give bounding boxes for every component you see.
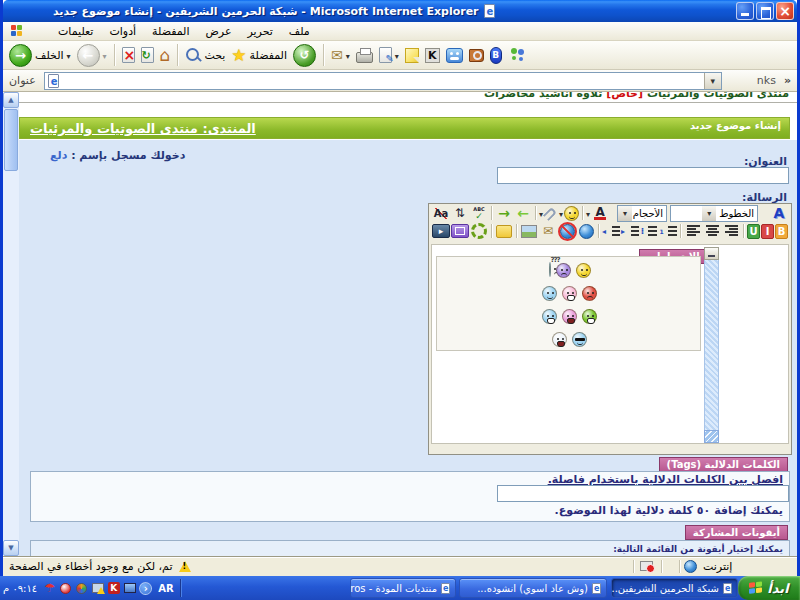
align-right-icon[interactable]	[722, 223, 740, 239]
print-button[interactable]	[354, 46, 375, 64]
clock-tray-icon[interactable]	[59, 582, 72, 595]
menu-help[interactable]: تعليمات	[50, 23, 101, 40]
smiley-wink[interactable]	[542, 286, 557, 301]
mail-button[interactable]	[329, 46, 352, 64]
address-combo[interactable]	[44, 72, 722, 90]
minimize-button[interactable]	[736, 2, 754, 20]
smiley-cool-shades[interactable]	[572, 332, 587, 347]
menu-edit[interactable]: تحرير	[239, 23, 280, 40]
toolbar-overflow-chevron[interactable]: »	[784, 74, 791, 87]
insert-link-icon[interactable]	[577, 223, 595, 239]
insert-video-icon[interactable]	[432, 224, 450, 238]
font-size-select[interactable]: الأحجام	[617, 205, 667, 222]
edit-dropdown-icon[interactable]	[395, 49, 399, 62]
edit-button[interactable]	[377, 46, 401, 64]
history-button[interactable]	[291, 43, 318, 68]
align-center-icon[interactable]	[703, 223, 721, 239]
bluetooth-button[interactable]	[488, 46, 504, 65]
forum-title-link[interactable]: المنتدى: منتدى الصوتيات والمرئيات	[30, 121, 256, 136]
combo-arrow-icon[interactable]	[702, 206, 716, 221]
indent-left-icon[interactable]	[602, 223, 620, 239]
scroll-thumb[interactable]	[4, 109, 18, 171]
smiley-angry[interactable]	[582, 286, 597, 301]
font-color-button[interactable]	[586, 205, 609, 221]
smilies-scroll-track[interactable]	[704, 260, 719, 430]
msn-buddies-button[interactable]	[506, 46, 529, 64]
topic-title-input[interactable]	[497, 167, 789, 184]
color-dropdown-icon[interactable]	[586, 207, 590, 220]
notes-button[interactable]	[403, 47, 421, 64]
smiley-mad[interactable]	[556, 263, 571, 278]
smiley-cool-grin[interactable]	[542, 309, 557, 324]
insert-quote-icon[interactable]	[495, 223, 513, 239]
smiley-biggrin[interactable]	[582, 309, 597, 324]
smiley-button[interactable]	[559, 206, 579, 221]
menu-favorites[interactable]: المفضلة	[144, 23, 197, 40]
tags-input[interactable]	[497, 485, 789, 502]
back-button[interactable]: الخلف	[7, 43, 73, 68]
spellcheck-icon[interactable]	[470, 205, 488, 221]
home-button[interactable]	[158, 45, 173, 65]
kaspersky-tray-icon[interactable]	[107, 582, 120, 595]
network-warning-icon[interactable]	[91, 582, 104, 595]
attach-dropdown-icon[interactable]	[539, 207, 543, 220]
research-button[interactable]	[467, 48, 486, 63]
username-link[interactable]: دلع	[50, 149, 67, 162]
collapse-panel-icon[interactable]	[704, 247, 719, 260]
scroll-down-icon[interactable]	[3, 540, 19, 556]
insert-code-icon[interactable]	[470, 223, 488, 239]
page-scrollbar[interactable]	[3, 92, 19, 556]
stop-button[interactable]	[120, 46, 137, 64]
menu-file[interactable]: ملف	[281, 23, 318, 40]
smiley-confused[interactable]: ???	[549, 263, 551, 278]
start-button[interactable]: ابدأ	[738, 576, 800, 600]
show-hidden-icons-chevron[interactable]	[139, 582, 152, 595]
search-button[interactable]: بحث	[183, 46, 227, 64]
refresh-button[interactable]	[139, 46, 156, 64]
kaspersky-button[interactable]	[423, 47, 442, 64]
color-wheel-icon[interactable]	[75, 582, 88, 595]
forward-button[interactable]	[75, 43, 109, 68]
messenger-button[interactable]	[444, 47, 465, 64]
menu-view[interactable]: عرض	[198, 23, 240, 40]
unlink-icon[interactable]	[558, 223, 576, 239]
bold-icon[interactable]	[775, 224, 788, 239]
monitor-tray-icon[interactable]	[123, 582, 136, 595]
mail-dropdown-icon[interactable]	[346, 49, 350, 62]
smiley-laugh[interactable]	[562, 286, 577, 301]
close-button[interactable]	[776, 2, 794, 20]
font-family-select[interactable]: الخطوط	[670, 205, 758, 222]
scroll-up-icon[interactable]	[3, 92, 19, 108]
undo-icon[interactable]	[514, 205, 532, 221]
taskbar-button-mawada[interactable]: منتديات المودة - Micros...	[350, 578, 456, 598]
smiley-tongue[interactable]	[562, 309, 577, 324]
menu-tools[interactable]: أدوات	[101, 23, 144, 40]
language-indicator[interactable]: AR	[158, 583, 173, 594]
resize-grip-icon[interactable]	[704, 430, 719, 443]
smiley-dropdown-icon[interactable]	[559, 207, 563, 220]
taskbar-button-haramain-active[interactable]: شبكة الحرمين الشريفين...	[611, 578, 738, 598]
back-dropdown-icon[interactable]	[67, 49, 71, 62]
toggle-editor-mode-icon[interactable]	[770, 205, 788, 221]
breadcrumb[interactable]: منتدى الصوتيات والمرئيات [خاص] تلاوة أنا…	[484, 92, 789, 100]
breadcrumb-forum[interactable]: منتدى الصوتيات والمرئيات	[647, 92, 789, 100]
insert-email-icon[interactable]	[539, 223, 557, 239]
antivirus-umbrella-icon[interactable]	[43, 582, 56, 595]
restore-button[interactable]	[756, 2, 774, 20]
message-edit-area[interactable]: الابتسامات ???	[431, 244, 789, 444]
combo-arrow-icon[interactable]	[618, 206, 632, 221]
taskbar-button-anasheed[interactable]: (وش عاد اسوي) انشوده...	[459, 578, 607, 598]
italic-icon[interactable]	[761, 224, 774, 239]
redo-icon[interactable]	[495, 205, 513, 221]
indent-right-icon[interactable]	[621, 223, 639, 239]
numbered-list-icon[interactable]	[659, 223, 677, 239]
insert-php-icon[interactable]	[451, 224, 469, 238]
smiley-eek[interactable]	[552, 332, 567, 347]
favorites-button[interactable]: المفضلة	[229, 45, 289, 65]
insert-image-icon[interactable]	[520, 223, 538, 239]
address-dropdown-icon[interactable]	[704, 73, 721, 89]
remove-format-icon[interactable]	[432, 205, 450, 221]
address-input[interactable]	[63, 74, 700, 88]
attach-button[interactable]	[539, 206, 558, 220]
taskbar-clock[interactable]: ٠٩:١٤ م	[3, 583, 37, 594]
